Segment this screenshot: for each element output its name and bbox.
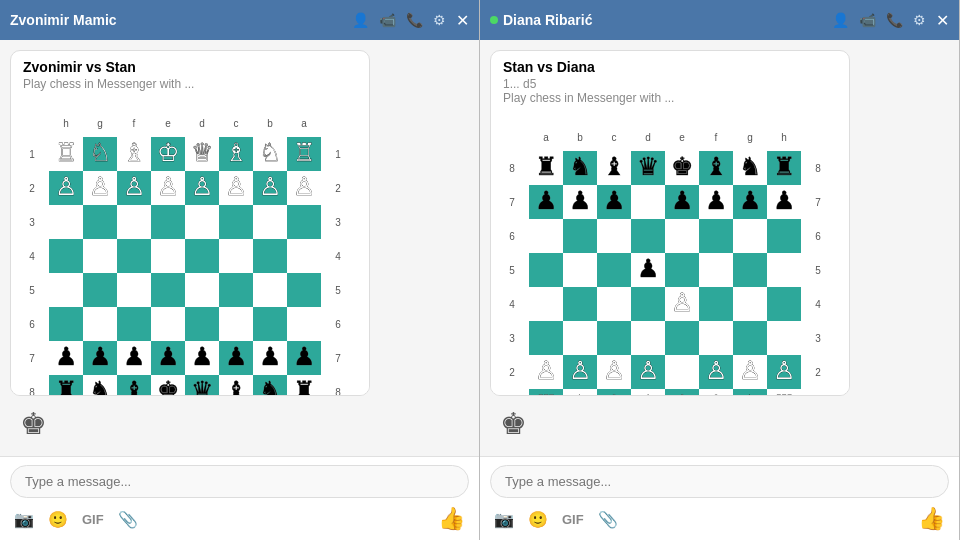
emoji-icon-2[interactable]: 🙂 — [528, 510, 548, 529]
svg-text:8: 8 — [335, 387, 341, 396]
close-icon-1[interactable]: ✕ — [456, 11, 469, 30]
phone-icon-2[interactable]: 📞 — [886, 12, 903, 28]
svg-text:e: e — [165, 118, 171, 129]
svg-text:5: 5 — [29, 285, 35, 296]
gif-icon-2[interactable]: GIF — [562, 512, 584, 527]
svg-text:♚: ♚ — [157, 376, 179, 396]
svg-rect-66 — [117, 205, 151, 239]
svg-rect-218 — [563, 321, 597, 355]
svg-text:b: b — [577, 132, 583, 143]
svg-rect-88 — [49, 307, 83, 341]
svg-rect-182 — [631, 185, 665, 219]
svg-rect-233 — [665, 355, 699, 389]
emoji-icon-1[interactable]: 🙂 — [48, 510, 68, 529]
svg-text:♙: ♙ — [705, 356, 727, 384]
svg-text:♟: ♟ — [259, 342, 281, 370]
svg-text:5: 5 — [815, 265, 821, 276]
settings-icon-1[interactable]: ⚙ — [433, 12, 446, 28]
svg-text:g: g — [97, 118, 103, 129]
svg-rect-73 — [83, 239, 117, 273]
svg-rect-83 — [151, 273, 185, 307]
svg-rect-79 — [287, 239, 321, 273]
header-icons-2: 👤 📹 📞 ⚙ ✕ — [832, 11, 949, 30]
svg-text:♚: ♚ — [671, 152, 693, 180]
svg-text:♙: ♙ — [123, 172, 145, 200]
svg-text:8: 8 — [815, 163, 821, 174]
phone-icon-1[interactable]: 📞 — [406, 12, 423, 28]
svg-text:♜: ♜ — [535, 152, 557, 180]
attach-icon-2[interactable]: 📎 — [598, 510, 618, 529]
attach-icon-1[interactable]: 📎 — [118, 510, 138, 529]
board-grid-1: hgfedcbahgfedcba1122334455667788♖♘♗♔♕♗♘♖… — [15, 103, 355, 396]
svg-text:4: 4 — [335, 251, 341, 262]
svg-rect-65 — [83, 205, 117, 239]
chess-card-title-2: Stan vs Diana — [503, 59, 837, 75]
svg-rect-200 — [563, 253, 597, 287]
add-friend-icon-1[interactable]: 👤 — [352, 12, 369, 28]
svg-rect-82 — [117, 273, 151, 307]
close-icon-2[interactable]: ✕ — [936, 11, 949, 30]
message-input-2[interactable] — [490, 465, 949, 498]
video-icon-1[interactable]: 📹 — [379, 12, 396, 28]
svg-text:c: c — [612, 132, 617, 143]
svg-text:d: d — [199, 118, 205, 129]
svg-text:♙: ♙ — [157, 172, 179, 200]
svg-text:♜: ♜ — [293, 376, 315, 396]
svg-text:♟: ♟ — [671, 186, 693, 214]
svg-rect-223 — [733, 321, 767, 355]
svg-text:4: 4 — [509, 299, 515, 310]
svg-text:4: 4 — [815, 299, 821, 310]
svg-text:♙: ♙ — [671, 288, 693, 316]
chess-king-icon-2: ♚ — [500, 406, 527, 441]
svg-text:7: 7 — [509, 197, 515, 208]
like-button-1[interactable]: 👍 — [438, 506, 465, 532]
svg-text:♗: ♗ — [225, 138, 247, 166]
gif-icon-1[interactable]: GIF — [82, 512, 104, 527]
svg-rect-201 — [597, 253, 631, 287]
message-input-row-1 — [10, 465, 469, 498]
svg-text:♙: ♙ — [535, 356, 557, 384]
message-input-row-2 — [490, 465, 949, 498]
like-button-2[interactable]: 👍 — [918, 506, 945, 532]
svg-text:7: 7 — [815, 197, 821, 208]
video-icon-2[interactable]: 📹 — [859, 12, 876, 28]
chess-card-move-2: 1... d5 — [503, 77, 837, 91]
chess-card-subtitle-2: Play chess in Messenger with ... — [503, 91, 837, 105]
svg-text:7: 7 — [29, 353, 35, 364]
chat-footer-1: 📷 🙂 GIF 📎 👍 — [0, 456, 479, 540]
svg-text:3: 3 — [29, 217, 35, 228]
svg-text:a: a — [543, 132, 549, 143]
settings-icon-2[interactable]: ⚙ — [913, 12, 926, 28]
svg-text:2: 2 — [815, 367, 821, 378]
message-input-1[interactable] — [10, 465, 469, 498]
svg-text:6: 6 — [29, 319, 35, 330]
svg-text:♖: ♖ — [535, 390, 557, 396]
svg-text:♟: ♟ — [225, 342, 247, 370]
add-friend-icon-2[interactable]: 👤 — [832, 12, 849, 28]
svg-text:♟: ♟ — [55, 342, 77, 370]
svg-rect-81 — [83, 273, 117, 307]
svg-rect-192 — [563, 219, 597, 253]
svg-text:♟: ♟ — [773, 186, 795, 214]
camera-icon-2[interactable]: 📷 — [494, 510, 514, 529]
svg-rect-71 — [287, 205, 321, 239]
svg-text:♖: ♖ — [55, 138, 77, 166]
chess-card-subtitle-1: Play chess in Messenger with ... — [23, 77, 357, 91]
svg-text:♞: ♞ — [569, 152, 591, 180]
svg-text:3: 3 — [335, 217, 341, 228]
svg-rect-87 — [287, 273, 321, 307]
online-dot-2 — [490, 16, 498, 24]
svg-text:8: 8 — [509, 163, 515, 174]
svg-text:♗: ♗ — [603, 390, 625, 396]
camera-icon-1[interactable]: 📷 — [14, 510, 34, 529]
svg-text:♖: ♖ — [773, 390, 795, 396]
svg-rect-80 — [49, 273, 83, 307]
svg-text:♛: ♛ — [191, 376, 213, 396]
svg-text:♝: ♝ — [225, 376, 247, 396]
svg-rect-93 — [219, 307, 253, 341]
svg-text:♙: ♙ — [89, 172, 111, 200]
chess-card-info-1: Zvonimir vs Stan Play chess in Messenger… — [11, 51, 369, 99]
svg-text:♟: ♟ — [191, 342, 213, 370]
svg-text:4: 4 — [29, 251, 35, 262]
svg-text:♜: ♜ — [773, 152, 795, 180]
